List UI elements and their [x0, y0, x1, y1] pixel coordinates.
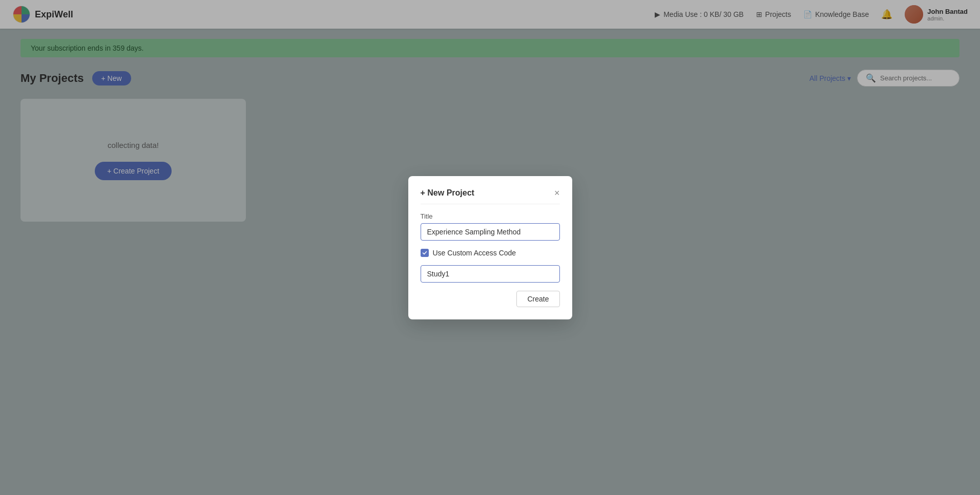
title-input[interactable] [421, 223, 560, 241]
modal-header: + New Project × [421, 188, 560, 204]
custom-access-code-label: Use Custom Access Code [433, 249, 516, 257]
new-project-modal: + New Project × Title Use Custom Access … [408, 176, 572, 319]
custom-access-code-row[interactable]: Use Custom Access Code [421, 249, 560, 257]
modal-close-button[interactable]: × [554, 188, 560, 198]
checkmark-icon [422, 250, 427, 255]
modal-title: + New Project [421, 188, 474, 198]
create-button[interactable]: Create [516, 291, 559, 307]
title-label: Title [421, 212, 560, 220]
access-code-input[interactable] [421, 265, 560, 283]
custom-access-code-checkbox[interactable] [421, 249, 429, 257]
modal-overlay[interactable]: + New Project × Title Use Custom Access … [0, 0, 980, 495]
title-form-group: Title [421, 212, 560, 241]
modal-footer: Create [421, 291, 560, 307]
access-code-form-group [421, 265, 560, 283]
